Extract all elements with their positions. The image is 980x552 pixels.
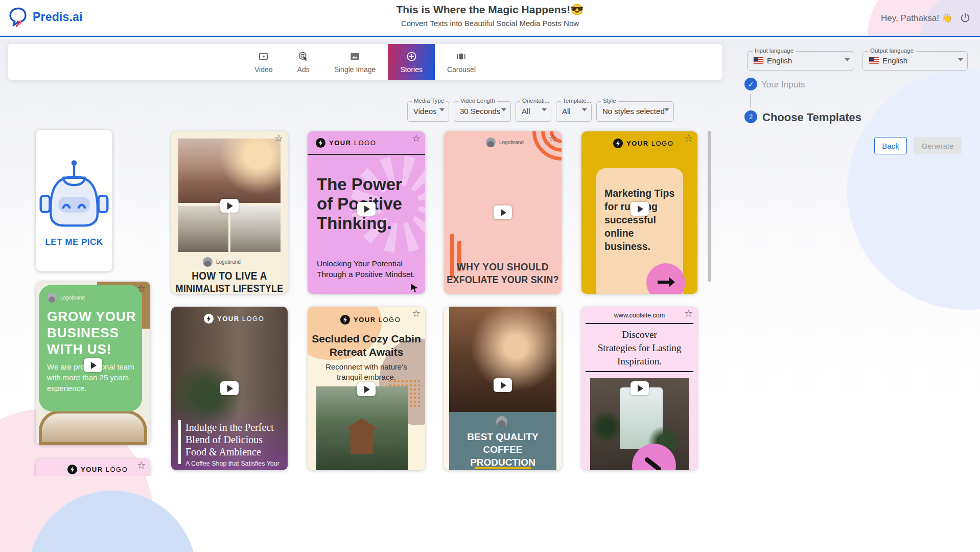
filter-media-type[interactable]: Media Type Videos — [407, 101, 449, 122]
favorite-star-icon[interactable]: ☆ — [684, 133, 693, 143]
input-language-value: English — [767, 56, 792, 65]
logobrand-avatar — [486, 137, 496, 147]
output-language-select[interactable]: Output language English — [862, 51, 968, 71]
template-card-partial[interactable]: ☆ YOUR LOGO — [36, 458, 150, 476]
template-card-indulge[interactable]: ☆ YOUR LOGO Indulge in the Perfect Blend… — [171, 307, 288, 470]
play-button[interactable] — [220, 199, 239, 213]
template-card-positive-thinking[interactable]: ☆ YOUR LOGO The Power of Positive Thinki… — [308, 131, 425, 294]
power-logout-icon[interactable] — [960, 12, 971, 24]
filter-style[interactable]: Style No styles selected — [596, 101, 674, 122]
filter-video-length[interactable]: Video Length 30 Seconds — [454, 101, 511, 122]
user-greeting: Hey, Pathaksa! 👋 — [881, 13, 952, 24]
your-logo-mark: YOUR LOGO — [204, 314, 264, 324]
tab-ads-label: Ads — [297, 65, 310, 74]
template-card-discover[interactable]: ☆ www.coolsite.com Discover Strategies f… — [581, 307, 697, 470]
play-button[interactable] — [84, 358, 102, 372]
logobrand-row: Logobrand — [203, 257, 241, 267]
filter-template-value: All — [562, 107, 571, 116]
tab-single-image-label: Single Image — [334, 65, 376, 74]
card-website: www.coolsite.com — [581, 312, 697, 319]
chevron-down-icon — [582, 108, 587, 111]
filter-template[interactable]: Template... All — [556, 101, 592, 122]
cursor-icon — [411, 284, 418, 292]
step2-number-badge: 2 — [744, 110, 757, 123]
your-logo-mark: YOUR LOGO — [67, 465, 128, 474]
favorite-star-icon[interactable]: ☆ — [684, 309, 693, 318]
photo-interior-left — [178, 206, 228, 252]
card-title-line: COFFEE — [449, 443, 556, 456]
template-card-cabin[interactable]: ☆ YOUR LOGO Secluded Cozy Cabin Retreat … — [308, 307, 425, 470]
photo-treehouse — [316, 386, 408, 470]
favorite-star-icon[interactable]: ☆ — [274, 133, 283, 143]
play-button[interactable] — [631, 202, 649, 216]
grid-scrollbar-thumb[interactable] — [708, 131, 711, 282]
card-title-line: HOW TO LIVE A — [171, 270, 288, 283]
ads-icon — [297, 51, 309, 62]
decorative-circle-blue-right — [847, 70, 980, 310]
tab-ads[interactable]: Ads — [285, 44, 322, 80]
favorite-star-icon[interactable]: ☆ — [548, 133, 557, 143]
lightning-bolt-icon — [340, 315, 350, 325]
favorite-star-icon[interactable]: ☆ — [412, 309, 421, 318]
favorite-star-icon[interactable]: ☆ — [412, 133, 421, 143]
card-title-line: The Power — [317, 175, 402, 194]
your-logo-mark: YOUR LOGO — [316, 138, 376, 148]
your-logo-mark: YOUR LOGO — [340, 315, 401, 325]
card-subtitle: Unlocking Your Potential Through a Posit… — [317, 258, 417, 280]
favorite-star-icon[interactable]: ☆ — [548, 309, 557, 318]
accent-bar — [178, 420, 181, 464]
tab-stories[interactable]: Stories — [388, 44, 435, 80]
filter-media-type-value: Videos — [413, 107, 437, 116]
input-language-select[interactable]: Input language English — [747, 51, 854, 71]
favorite-star-icon[interactable]: ☆ — [137, 461, 146, 470]
photo-skincare — [461, 153, 545, 254]
filter-style-value: No styles selected — [602, 107, 665, 116]
template-card-let-me-pick[interactable]: LET ME PICK — [36, 130, 112, 271]
photo-espresso-machine — [449, 307, 556, 412]
favorite-star-icon[interactable]: ☆ — [274, 309, 283, 318]
your-logo-mark: YOUR LOGO — [613, 139, 673, 148]
back-button[interactable]: Back — [874, 137, 907, 154]
logobrand-name: Logobrand — [60, 295, 85, 301]
card-title-line: EXFOLIATE YOUR SKIN? — [444, 274, 562, 286]
play-button[interactable] — [631, 381, 649, 395]
card-subtitle: A Coffee Shop that Satisfies Your — [185, 460, 285, 467]
card-title: Indulge in the Perfect Blend of Deliciou… — [185, 421, 282, 458]
card-title-line: BUSINESS — [47, 325, 119, 341]
us-flag-icon — [754, 57, 763, 64]
favorite-star-icon[interactable]: ☆ — [137, 284, 146, 293]
generate-button[interactable]: Generate — [914, 137, 962, 154]
tab-carousel[interactable]: Carousel — [435, 44, 488, 80]
play-button[interactable] — [220, 381, 239, 395]
template-card-coffee[interactable]: ☆ BEST QUALITY COFFEE PRODUCTION — [444, 307, 562, 470]
robot-icon — [36, 158, 112, 235]
template-card-grow-business[interactable]: ☆ Logobrand GROW YOUR BUSINESS WITH US! … — [36, 282, 150, 445]
card-title-line: Inspiration. — [581, 355, 697, 368]
output-language-label: Output language — [868, 48, 916, 54]
post-type-tabbar: Video Ads Single Image Stories — [8, 44, 722, 80]
filter-orientation-label: Orientati... — [520, 98, 551, 104]
logobrand-avatar — [203, 257, 213, 267]
us-flag-icon — [869, 57, 879, 64]
logobrand-name: Logobrand — [216, 259, 241, 265]
card-title-line: Thinking. — [317, 214, 392, 233]
lightning-bolt-icon — [67, 465, 77, 474]
predis-template-picker-page: Predis.ai This is Where the Magic Happen… — [0, 0, 980, 552]
play-button[interactable] — [494, 205, 512, 219]
yellow-underline — [475, 467, 531, 469]
filter-video-length-value: 30 Seconds — [460, 107, 500, 116]
tab-video-label: Video — [254, 65, 273, 74]
tab-video[interactable]: Video — [242, 44, 285, 80]
logobrand-row: Logobrand — [47, 293, 85, 303]
tab-single-image[interactable]: Single Image — [322, 44, 388, 80]
stories-plus-icon — [406, 51, 417, 62]
filter-orientation[interactable]: Orientati... All — [516, 101, 551, 122]
step2-label: Choose Templates — [762, 111, 861, 124]
play-button[interactable] — [357, 382, 376, 396]
play-button[interactable] — [494, 378, 512, 392]
play-button[interactable] — [357, 202, 376, 216]
template-card-minimalist[interactable]: ☆ Logobrand HOW TO LIVE A MINIMALIST LIF… — [171, 131, 288, 294]
template-card-exfoliate[interactable]: ☆ Logobrand WHY YOU SHOULD EXFOLIATE YOU… — [444, 131, 562, 294]
template-grid: LET ME PICK ☆ Logobrand HOW TO LIVE A MI… — [28, 128, 713, 476]
template-card-marketing-tips[interactable]: ☆ YOUR LOGO Marketing Tips for running s… — [581, 131, 697, 294]
